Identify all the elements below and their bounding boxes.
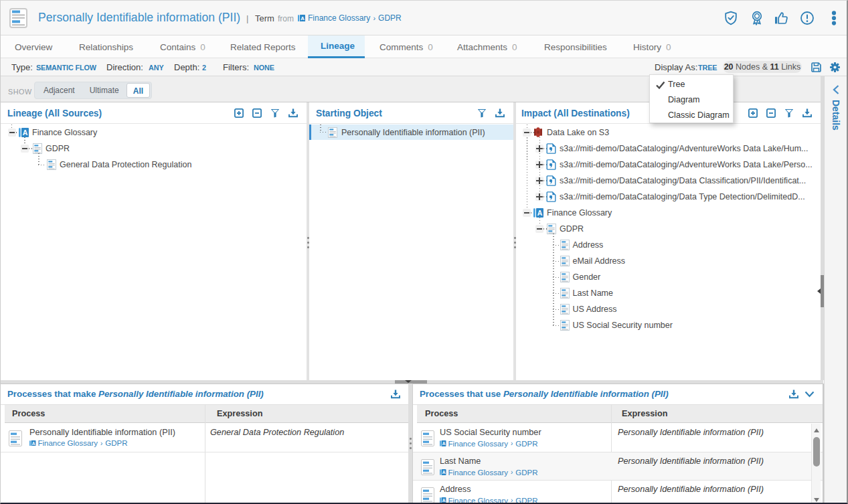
svg-text:A: A	[442, 470, 446, 475]
svg-text:A: A	[301, 15, 305, 21]
svg-text:A: A	[442, 441, 446, 446]
svg-text:A: A	[442, 498, 446, 503]
svg-text:A: A	[32, 440, 35, 445]
svg-text:A: A	[23, 128, 28, 136]
svg-text:A: A	[537, 208, 543, 216]
